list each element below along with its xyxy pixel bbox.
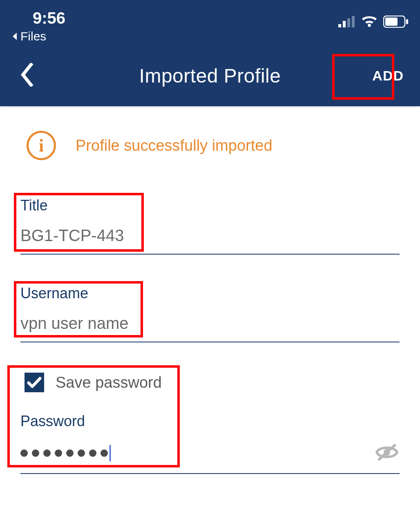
password-dot	[20, 449, 28, 457]
visibility-off-icon[interactable]	[374, 442, 400, 464]
svg-rect-6	[406, 19, 408, 24]
password-dot	[55, 449, 62, 457]
password-label: Password	[20, 413, 400, 430]
cell-signal-icon	[338, 16, 355, 27]
add-button[interactable]: ADD	[372, 68, 404, 84]
password-dot	[43, 449, 51, 457]
title-label: Title	[20, 197, 400, 214]
status-bar: 9:56 Files	[0, 0, 420, 45]
text-cursor	[109, 445, 111, 461]
battery-icon	[383, 16, 409, 28]
back-triangle-icon	[11, 32, 18, 41]
wifi-icon	[361, 16, 378, 28]
check-icon	[27, 376, 42, 389]
password-dot	[32, 449, 39, 457]
password-dot	[78, 449, 85, 457]
info-banner: i Profile successfully imported	[27, 131, 400, 160]
chevron-left-icon	[20, 63, 34, 87]
password-dot	[101, 449, 108, 457]
password-dot	[66, 449, 74, 457]
username-label: Username	[20, 285, 400, 302]
title-field: Title	[20, 197, 400, 255]
username-input[interactable]	[20, 314, 400, 333]
save-password-row: Save password	[20, 373, 400, 392]
back-app-label: Files	[20, 29, 46, 43]
username-field: Username	[20, 285, 400, 342]
status-icons	[338, 16, 409, 28]
content-area: i Profile successfully imported Title Us…	[0, 106, 420, 474]
save-password-label: Save password	[56, 374, 162, 391]
password-field: Password	[20, 413, 400, 474]
back-button[interactable]	[20, 63, 34, 88]
svg-rect-0	[338, 24, 341, 27]
password-dot	[89, 449, 96, 457]
info-icon: i	[27, 131, 56, 160]
svg-rect-5	[385, 18, 398, 26]
password-dots	[20, 449, 108, 457]
svg-rect-3	[352, 16, 355, 27]
save-password-checkbox[interactable]	[25, 373, 44, 392]
svg-rect-2	[347, 18, 350, 27]
info-message: Profile successfully imported	[76, 137, 273, 154]
svg-rect-1	[343, 21, 346, 27]
back-to-app[interactable]: Files	[11, 29, 46, 43]
page-title: Imported Profile	[139, 65, 281, 87]
nav-bar: Imported Profile ADD	[0, 45, 420, 106]
status-time: 9:56	[33, 9, 65, 27]
password-input-row[interactable]	[20, 442, 400, 464]
title-input[interactable]	[20, 226, 400, 245]
